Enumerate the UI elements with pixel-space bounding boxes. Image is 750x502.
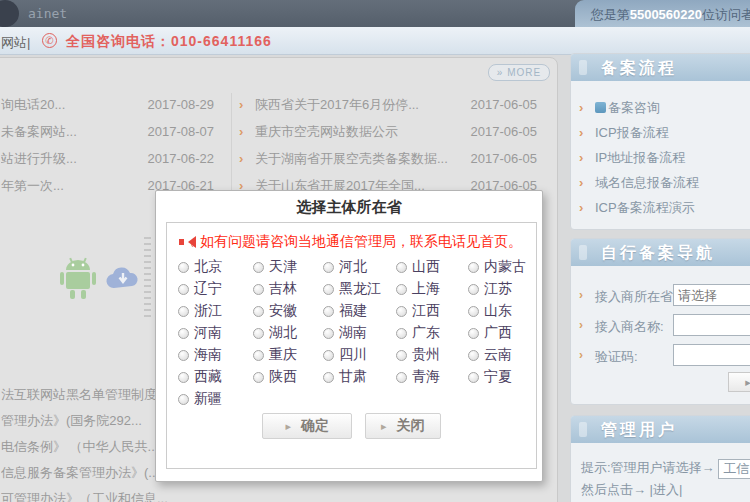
province-radio[interactable]: [468, 350, 479, 361]
province-option[interactable]: 宁夏: [468, 366, 536, 388]
panel-filing-process: 备案流程 ›备案咨询 ›ICP报备流程 ›IP地址报备流程 ›域名信息报备流程 …: [570, 53, 750, 230]
province-option[interactable]: 广西: [468, 322, 536, 344]
province-option[interactable]: 江西: [396, 300, 468, 322]
province-radio[interactable]: [468, 372, 479, 383]
sidebar-item-ip-process[interactable]: ›IP地址报备流程: [579, 145, 750, 170]
site-logo-icon: [0, 0, 19, 27]
province-radio[interactable]: [178, 262, 189, 273]
manage-select[interactable]: 工信: [718, 459, 750, 479]
bullet-icon: ›: [579, 318, 583, 332]
province-option[interactable]: 江苏: [468, 278, 536, 300]
province-radio[interactable]: [253, 306, 264, 317]
sidebar-item-domain-process[interactable]: ›域名信息报备流程: [579, 170, 750, 195]
hotline-label: 全国咨询电话：: [66, 33, 171, 49]
province-option[interactable]: 辽宁: [178, 278, 253, 300]
province-radio[interactable]: [323, 284, 334, 295]
province-radio[interactable]: [323, 350, 334, 361]
province-option[interactable]: 安徽: [253, 300, 323, 322]
province-option[interactable]: 重庆: [253, 344, 323, 366]
province-option[interactable]: 天津: [253, 256, 323, 278]
province-radio[interactable]: [178, 284, 189, 295]
province-radio[interactable]: [396, 262, 407, 273]
province-option[interactable]: 内蒙古: [468, 256, 536, 278]
province-option[interactable]: 四川: [323, 344, 396, 366]
province-option[interactable]: 河南: [178, 322, 253, 344]
news-title[interactable]: 询电话20...: [1, 96, 142, 114]
speaker-icon: ((: [179, 236, 196, 248]
province-option[interactable]: 上海: [396, 278, 468, 300]
sidebar-item-icp-process[interactable]: ›ICP报备流程: [579, 120, 750, 145]
nav-submit-button[interactable]: ▸: [728, 372, 750, 392]
province-radio[interactable]: [396, 284, 407, 295]
sidebar-item-demo[interactable]: ›ICP备案流程演示: [579, 195, 750, 220]
province-option[interactable]: 西藏: [178, 366, 253, 388]
confirm-button[interactable]: ▸确定: [262, 413, 352, 439]
province-radio[interactable]: [253, 372, 264, 383]
province-option[interactable]: 新疆: [178, 388, 253, 410]
province-option[interactable]: 甘肃: [323, 366, 396, 388]
province-radio[interactable]: [468, 306, 479, 317]
button-arrow-icon: ▸: [285, 420, 291, 433]
province-option[interactable]: 海南: [178, 344, 253, 366]
province-option[interactable]: 吉林: [253, 278, 323, 300]
close-button[interactable]: ▸关闭: [365, 413, 441, 439]
field-label: 接入商所在省:: [595, 288, 677, 306]
province-option[interactable]: 山东: [468, 300, 536, 322]
bullet-icon: ›: [239, 124, 255, 139]
android-icon: [57, 254, 99, 302]
news-title[interactable]: 站进行升级...: [1, 150, 142, 168]
province-radio[interactable]: [323, 372, 334, 383]
province-radio[interactable]: [396, 306, 407, 317]
province-radio[interactable]: [396, 350, 407, 361]
visitor-count: 5500560220: [630, 7, 702, 22]
isp-name-input[interactable]: [673, 314, 750, 336]
bullet-icon: ›: [579, 170, 595, 195]
sidebar-item-label: 域名信息报备流程: [595, 175, 699, 190]
more-button[interactable]: » MORE: [488, 64, 550, 81]
province-option[interactable]: 山西: [396, 256, 468, 278]
isp-province-select[interactable]: 请选择: [673, 284, 750, 306]
province-select-dialog: 选择主体所在省 (( 如有问题请咨询当地通信管理局，联系电话见首页。 北京 天津…: [155, 190, 543, 482]
news-title[interactable]: 陕西省关于2017年6月份停...: [255, 96, 465, 114]
province-radio[interactable]: [253, 284, 264, 295]
province-radio[interactable]: [178, 372, 189, 383]
province-option[interactable]: 湖北: [253, 322, 323, 344]
province-option[interactable]: 陕西: [253, 366, 323, 388]
province-option[interactable]: 青海: [396, 366, 468, 388]
province-radio[interactable]: [253, 262, 264, 273]
province-radio[interactable]: [178, 328, 189, 339]
province-radio[interactable]: [468, 262, 479, 273]
field-label: 接入商名称:: [595, 318, 664, 336]
province-option[interactable]: 湖南: [323, 322, 396, 344]
province-radio[interactable]: [178, 394, 189, 405]
province-radio[interactable]: [253, 328, 264, 339]
news-title[interactable]: 未备案网站...: [1, 123, 142, 141]
province-radio[interactable]: [178, 306, 189, 317]
province-radio[interactable]: [323, 328, 334, 339]
province-radio[interactable]: [396, 372, 407, 383]
province-option[interactable]: 浙江: [178, 300, 253, 322]
province-option[interactable]: 云南: [468, 344, 536, 366]
province-option[interactable]: 北京: [178, 256, 253, 278]
legal-item[interactable]: 可管理办法》（工业和信息...: [1, 486, 241, 502]
province-radio[interactable]: [468, 284, 479, 295]
province-radio[interactable]: [253, 350, 264, 361]
province-option[interactable]: 贵州: [396, 344, 468, 366]
province-option[interactable]: 福建: [323, 300, 396, 322]
dialog-buttons: ▸确定 ▸关闭: [167, 413, 536, 439]
visitor-prefix: 您是第: [591, 7, 630, 22]
news-title[interactable]: 关于湖南省开展空壳类备案数据...: [255, 150, 465, 168]
news-title[interactable]: 重庆市空壳网站数据公示: [255, 123, 465, 141]
province-radio[interactable]: [323, 306, 334, 317]
news-title[interactable]: 年第一次...: [1, 177, 142, 195]
form-row-captcha: › 验证码:: [571, 342, 750, 372]
province-radio[interactable]: [323, 262, 334, 273]
province-option[interactable]: 河北: [323, 256, 396, 278]
captcha-input[interactable]: [673, 344, 750, 366]
sidebar-item-consult[interactable]: ›备案咨询: [579, 95, 750, 120]
province-radio[interactable]: [468, 328, 479, 339]
province-radio[interactable]: [396, 328, 407, 339]
province-option[interactable]: 黑龙江: [323, 278, 396, 300]
province-option[interactable]: 广东: [396, 322, 468, 344]
province-radio[interactable]: [178, 350, 189, 361]
